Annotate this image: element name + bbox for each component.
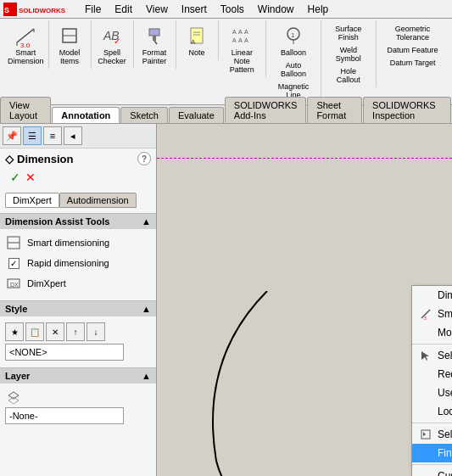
panel-back-button[interactable]: ◂ <box>64 126 82 145</box>
model-items-icon <box>58 24 81 48</box>
layer-icon <box>5 389 22 406</box>
cancel-button[interactable]: ✕ <box>25 171 36 184</box>
note-label: Note <box>189 48 205 57</box>
smart-dimension-button[interactable]: 3.0 SmartDimension <box>4 22 47 67</box>
datum-feature-button[interactable]: Datum Feature <box>384 43 442 56</box>
svg-rect-11 <box>149 29 159 36</box>
smart-dimension-icon: 3.0 <box>14 24 37 48</box>
ctx-smart-dimension[interactable]: 3 Smart Dimension <box>412 305 452 323</box>
model-items-label: ModelItems <box>59 48 81 65</box>
balloon-button[interactable]: 1 Balloon <box>276 22 310 59</box>
weld-symbol-button[interactable]: Weld Symbol <box>326 43 371 64</box>
style-delete-button[interactable]: ✕ <box>46 322 64 341</box>
svg-text:3.0: 3.0 <box>20 42 31 48</box>
inner-tab-autodimension[interactable]: Autodimension <box>59 193 137 208</box>
dimension-assist-header[interactable]: Dimension Assist Tools ▲ <box>0 213 156 229</box>
panel-list1-button[interactable]: ☰ <box>23 126 42 145</box>
panel-actions: ✓ ✕ <box>5 169 151 186</box>
ctx-select-other-icon <box>419 428 432 441</box>
ctx-select[interactable]: Select <box>412 346 452 365</box>
rapid-dimensioning-row[interactable]: Rapid dimensioning <box>5 253 151 273</box>
menu-items: File Edit View Insert Tools Window Help <box>78 2 335 17</box>
ctx-more-dimensions[interactable]: More Dimensions ▶ <box>412 323 452 342</box>
menu-help[interactable]: Help <box>301 2 336 17</box>
dimension-line-horizontal <box>157 158 452 159</box>
tab-view-layout[interactable]: View Layout <box>0 97 51 123</box>
ctx-more-dimensions-icon <box>419 326 432 339</box>
style-favorite-button[interactable]: ★ <box>5 322 24 341</box>
drawing-arc <box>182 291 352 476</box>
datum-target-button[interactable]: Datum Target <box>387 56 439 69</box>
toolbar-group-geometric: Geometric Tolerance Datum Feature Datum … <box>377 20 449 70</box>
tab-sheet-format[interactable]: Sheet Format <box>307 97 362 123</box>
ctx-find-intersection[interactable]: Find Intersection <box>412 444 452 462</box>
toolbar-group-balloon: 1 Balloon Auto Balloon Magnetic Line <box>266 20 321 103</box>
hole-callout-label: Hole Callout <box>330 67 368 84</box>
surface-finish-button[interactable]: Surface Finish <box>326 22 371 43</box>
format-painter-button[interactable]: FormatPainter <box>137 22 171 67</box>
ctx-multi-jog[interactable]: Use Multi-jog Leader <box>412 384 452 402</box>
panel-toolbar: 📌 ☰ ≡ ◂ <box>0 124 156 148</box>
left-panel: 📌 ☰ ≡ ◂ ◇ Dimension ? ✓ ✕ DimXpert Autod… <box>0 124 157 476</box>
menu-file[interactable]: File <box>78 2 108 17</box>
svg-text:SOLIDWORKS: SOLIDWORKS <box>19 7 66 14</box>
ctx-dimxpert-toggle[interactable]: DimXpert dimension toggle <box>412 286 452 305</box>
ctx-redraw[interactable]: Redraw <box>412 365 452 384</box>
inner-tab-dimxpert[interactable]: DimXpert <box>5 193 59 208</box>
main-content: 📌 ☰ ≡ ◂ ◇ Dimension ? ✓ ✕ DimXpert Autod… <box>0 124 452 476</box>
spell-checker-icon: AB ✓ <box>100 24 124 48</box>
tab-sketch[interactable]: Sketch <box>120 107 168 123</box>
note-button[interactable]: A Note <box>180 22 214 59</box>
dimxpert-tool-icon: DX <box>5 275 22 292</box>
menu-edit[interactable]: Edit <box>108 2 139 17</box>
panel-pin-button[interactable]: 📌 <box>3 126 21 145</box>
toolbar-group-model: ModelItems <box>49 20 92 69</box>
solidworks-logo: S SOLIDWORKS <box>3 3 71 16</box>
auto-balloon-button[interactable]: Auto Balloon <box>271 59 315 80</box>
dimension-section: ◇ Dimension ? ✓ ✕ <box>0 148 156 189</box>
hole-callout-button[interactable]: Hole Callout <box>326 64 371 86</box>
style-copy-button[interactable]: 📋 <box>25 322 44 341</box>
ctx-dimxpert-toggle-icon <box>419 288 432 302</box>
canvas-area[interactable]: DimXpert dimension toggle 3 Smart Dimens… <box>157 124 452 476</box>
style-header[interactable]: Style ▲ <box>0 300 156 316</box>
style-select[interactable]: <NONE> <box>5 344 124 361</box>
menu-insert[interactable]: Insert <box>175 2 214 17</box>
geometric-tolerance-button[interactable]: Geometric Tolerance <box>382 22 444 43</box>
layer-collapse-icon: ▲ <box>142 371 151 381</box>
ctx-lock-view[interactable]: Lock View Focus <box>412 402 452 421</box>
menu-window[interactable]: Window <box>251 2 301 17</box>
toolbar-group-spell: AB ✓ SpellChecker <box>92 20 134 69</box>
ctx-select-other[interactable]: Select Other <box>412 425 452 444</box>
tab-annotation[interactable]: Annotation <box>52 107 120 123</box>
menu-tools[interactable]: Tools <box>214 2 251 17</box>
toolbar-area: 3.0 SmartDimension ModelItems AB ✓ <box>0 19 452 105</box>
menu-view[interactable]: View <box>139 2 175 17</box>
layer-icon-row <box>5 387 151 407</box>
linear-note-pattern-button[interactable]: A A A A A A Linear NotePattern <box>224 22 261 76</box>
datum-feature-label: Datum Feature <box>388 46 438 54</box>
svg-line-13 <box>154 41 157 44</box>
tab-solidworks-addins[interactable]: SOLIDWORKS Add-Ins <box>225 97 307 123</box>
style-up-button[interactable]: ↑ <box>66 322 85 341</box>
model-items-button[interactable]: ModelItems <box>53 22 86 67</box>
style-down-button[interactable]: ↓ <box>86 322 105 341</box>
panel-list2-button[interactable]: ≡ <box>43 126 62 145</box>
layer-header[interactable]: Layer ▲ <box>0 367 156 384</box>
context-menu: DimXpert dimension toggle 3 Smart Dimens… <box>411 285 452 476</box>
tab-evaluate[interactable]: Evaluate <box>169 107 224 123</box>
svg-text:A: A <box>191 38 196 46</box>
smart-dimensioning-row[interactable]: Smart dimensioning <box>5 232 151 253</box>
rapid-dimensioning-checkbox-icon <box>5 255 22 272</box>
layer-select[interactable]: -None- <box>5 407 124 424</box>
dimxpert-row[interactable]: DX DimXpert <box>5 273 151 294</box>
help-icon[interactable]: ? <box>137 152 151 165</box>
ctx-customize-menu[interactable]: Customize Menu <box>412 467 452 476</box>
style-icons-row: ★ 📋 ✕ ↑ ↓ <box>5 322 151 341</box>
tab-solidworks-inspection[interactable]: SOLIDWORKS Inspection <box>363 97 451 123</box>
spell-checker-button[interactable]: AB ✓ SpellChecker <box>94 22 130 67</box>
rapid-dimensioning-checkbox[interactable] <box>8 258 20 269</box>
svg-marker-37 <box>423 432 426 436</box>
note-icon: A <box>185 24 209 48</box>
confirm-button[interactable]: ✓ <box>10 171 20 184</box>
